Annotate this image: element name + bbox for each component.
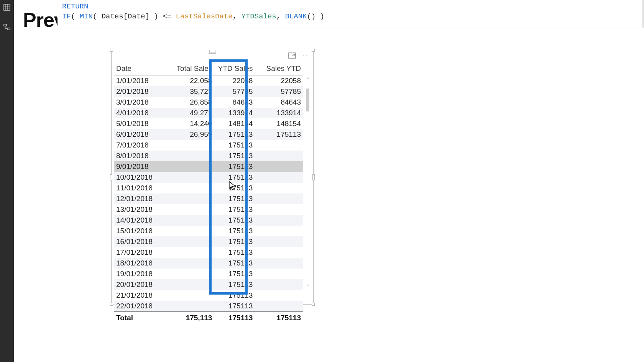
resize-handle[interactable] (312, 303, 315, 306)
cell-ytd-sales: 175113 (214, 161, 255, 172)
cell-ytd-sales: 175113 (214, 183, 255, 193)
table-row[interactable]: 17/01/2018175113 (114, 247, 303, 258)
date: 18/01/2018 (114, 258, 168, 269)
cell-total-sales (168, 269, 215, 279)
table-row[interactable]: 19/01/2018175113 (114, 269, 303, 279)
svg-rect-6 (7, 28, 10, 30)
scroll-up-icon[interactable]: ˄ (307, 77, 309, 82)
table-row[interactable]: 18/01/2018175113 (114, 258, 303, 269)
total-total-sales: 175,113 (168, 312, 215, 323)
table-row[interactable]: 3/01/201826,8588464384643 (114, 97, 303, 108)
date: 16/01/2018 (114, 236, 168, 247)
cell-total-sales (168, 215, 215, 226)
resize-handle[interactable] (110, 303, 113, 306)
table-visual[interactable]: ··· Date Total Sales YTD Sales Sales YTD… (111, 50, 314, 305)
cell-ytd-sales: 175113 (214, 193, 255, 204)
cell-sales-ytd: 57785 (255, 86, 303, 97)
resize-handle[interactable] (110, 49, 113, 52)
col-header-ytd-sales[interactable]: YTD Sales (214, 63, 255, 75)
formula-bar[interactable]: RETURN IFIF( ( MIN( Dates[Date] ) <= Las… (58, 0, 644, 28)
date: 1/01/2018 (114, 75, 168, 87)
col-header-date[interactable]: Date (114, 63, 168, 75)
table-row[interactable]: 10/01/2018175113 (114, 172, 303, 183)
table-row[interactable]: 21/01/2018175113 (114, 290, 303, 301)
date: 4/01/2018 (114, 108, 168, 118)
table-row[interactable]: 11/01/2018175113 (114, 183, 303, 193)
table-row[interactable]: 9/01/2018175113 (114, 161, 303, 172)
drag-grip-icon[interactable] (209, 52, 216, 54)
cell-ytd-sales: 175113 (214, 129, 255, 140)
cell-total-sales (168, 247, 215, 258)
table-row[interactable]: 14/01/2018175113 (114, 215, 303, 226)
date: 10/01/2018 (114, 172, 168, 183)
left-nav-rail (0, 0, 14, 362)
table-row[interactable]: 13/01/2018175113 (114, 204, 303, 215)
cell-total-sales (168, 172, 215, 183)
date: 9/01/2018 (114, 161, 168, 172)
cell-sales-ytd (255, 183, 303, 193)
date: 2/01/2018 (114, 86, 168, 97)
table-row[interactable]: 8/01/2018175113 (114, 151, 303, 161)
focus-mode-icon[interactable] (287, 52, 297, 59)
cell-sales-ytd: 133914 (255, 108, 303, 118)
table-row[interactable]: 5/01/201814,240148154148154 (114, 118, 303, 129)
resize-handle[interactable] (312, 174, 315, 180)
resize-handle[interactable] (312, 49, 315, 52)
more-options-icon[interactable]: ··· (302, 52, 312, 59)
col-header-total-sales[interactable]: Total Sales (168, 63, 215, 75)
cell-sales-ytd (255, 258, 303, 269)
date: 22/01/2018 (114, 301, 168, 312)
vertical-scrollbar[interactable]: ˄ ˅ (305, 77, 311, 290)
date: 8/01/2018 (114, 151, 168, 161)
date: 3/01/2018 (114, 97, 168, 108)
data-table[interactable]: Date Total Sales YTD Sales Sales YTD 1/0… (114, 63, 303, 323)
cell-ytd-sales: 175113 (214, 140, 255, 151)
dax-text: , (276, 12, 285, 21)
cell-total-sales (168, 151, 215, 161)
date: 6/01/2018 (114, 129, 168, 140)
total-label: Total (114, 312, 168, 323)
date: 13/01/2018 (114, 204, 168, 215)
cell-sales-ytd (255, 226, 303, 236)
scroll-thumb[interactable] (306, 88, 309, 111)
table-total-row: Total 175,113 175113 175113 (114, 312, 303, 323)
table-row[interactable]: 1/01/201822,0582205822058 (114, 75, 303, 87)
cell-sales-ytd (255, 279, 303, 290)
model-view-icon[interactable] (0, 21, 14, 34)
dax-return-kw: RETURN (62, 2, 88, 11)
cell-ytd-sales: 175113 (214, 247, 255, 258)
cell-sales-ytd: 148154 (255, 118, 303, 129)
dax-var-ytdsales: YTDSales (242, 12, 276, 21)
dax-min-kw: MIN (80, 12, 93, 21)
total-sales-ytd: 175113 (255, 312, 303, 323)
cell-ytd-sales: 148154 (214, 118, 255, 129)
resize-handle[interactable] (209, 50, 215, 52)
date: 11/01/2018 (114, 183, 168, 193)
col-header-sales-ytd[interactable]: Sales YTD (255, 63, 303, 75)
dax-if-kw: IF (62, 12, 71, 21)
table-row[interactable]: 12/01/2018175113 (114, 193, 303, 204)
table-row[interactable]: 22/01/2018175113 (114, 301, 303, 312)
cell-total-sales (168, 301, 215, 312)
cell-sales-ytd (255, 215, 303, 226)
cell-total-sales (168, 279, 215, 290)
svg-rect-5 (4, 24, 7, 26)
cell-total-sales: 14,240 (168, 118, 215, 129)
cell-total-sales: 35,727 (168, 86, 215, 97)
table-row[interactable]: 7/01/2018175113 (114, 140, 303, 151)
table-row[interactable]: 16/01/2018175113 (114, 236, 303, 247)
total-ytd-sales: 175113 (214, 312, 255, 323)
resize-handle[interactable] (110, 174, 112, 180)
cell-sales-ytd: 175113 (255, 129, 303, 140)
date: 12/01/2018 (114, 193, 168, 204)
table-row[interactable]: 20/01/2018175113 (114, 279, 303, 290)
table-row[interactable]: 4/01/201849,271133914133914 (114, 108, 303, 118)
table-row[interactable]: 6/01/201826,959175113175113 (114, 129, 303, 140)
cell-ytd-sales: 175113 (214, 226, 255, 236)
table-row[interactable]: 15/01/2018175113 (114, 226, 303, 236)
scroll-down-icon[interactable]: ˅ (307, 284, 309, 290)
table-row[interactable]: 2/01/201835,7275778557785 (114, 86, 303, 97)
cell-total-sales (168, 226, 215, 236)
table-view-icon[interactable] (0, 1, 14, 14)
cell-ytd-sales: 175113 (214, 204, 255, 215)
